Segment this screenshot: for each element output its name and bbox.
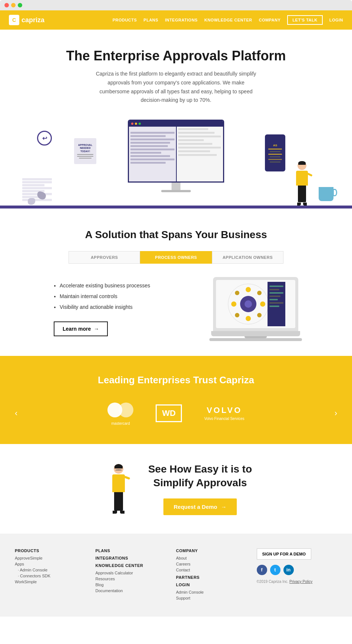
footer-products-title: PRODUCTS: [15, 548, 88, 553]
solution-section: A Solution that Spans Your Business APPR…: [0, 208, 352, 356]
footer-plans-title: PLANS: [96, 548, 169, 553]
trust-title: Leading Enterprises Trust Capriza: [7, 374, 345, 386]
footer-col-company: COMPANY About Careers Contact PARTNERS L…: [176, 548, 257, 602]
footer-columns: PRODUCTS ApproveSimple Apps · Admin Cons…: [15, 548, 337, 602]
monitor-illustration: [128, 120, 224, 192]
social-icons: f t in: [257, 565, 330, 575]
footer-link-approvals-calc[interactable]: Approvals Calculator: [96, 571, 169, 575]
footer: PRODUCTS ApproveSimple Apps · Admin Cons…: [0, 534, 352, 617]
tab-application-owners[interactable]: APPLICATION OWNERS: [212, 251, 283, 264]
footer-demo-button[interactable]: SIGN UP FOR A DEMO: [257, 548, 312, 560]
hero-subtitle: Capriza is the first platform to elegant…: [94, 70, 258, 105]
mug-illustration: [319, 187, 333, 201]
hero-title: The Enterprise Approvals Platform: [7, 48, 345, 64]
footer-link-contact[interactable]: Contact: [176, 568, 249, 572]
window-chrome: [0, 0, 352, 10]
bullet-1: Accelerate existing business processes: [60, 282, 198, 290]
bullet-2: Maintain internal controls: [60, 293, 198, 300]
nav-products[interactable]: PRODUCTS: [113, 18, 137, 22]
footer-link-careers[interactable]: Careers: [176, 562, 249, 566]
bullet-list: Accelerate existing business processes M…: [54, 282, 198, 311]
nav-company[interactable]: COMPANY: [259, 18, 280, 22]
mastercard-logo: mastercard: [107, 401, 133, 426]
footer-link-admin-console-2[interactable]: Admin Console: [176, 590, 249, 594]
linkedin-icon[interactable]: in: [283, 565, 294, 575]
twitter-icon[interactable]: t: [270, 565, 280, 575]
learn-more-button[interactable]: Learn more →: [54, 321, 108, 336]
hero-character: [289, 161, 315, 206]
phone-illustration: AS: [265, 134, 285, 171]
nav-cta-button[interactable]: LET'S TALK: [287, 15, 322, 25]
navbar: C capriza PRODUCTS PLANS INTEGRATIONS KN…: [0, 10, 352, 30]
logo-text: capriza: [21, 16, 44, 24]
solution-content: Accelerate existing business processes M…: [46, 277, 306, 341]
crumpled-paper: [28, 198, 35, 205]
request-demo-button[interactable]: Request a Demo →: [163, 498, 237, 515]
trust-section: Leading Enterprises Trust Capriza ‹ mast…: [0, 356, 352, 444]
cta-character: [100, 464, 137, 514]
footer-partners-title: PARTNERS: [176, 575, 249, 580]
nav-integrations[interactable]: INTEGRATIONS: [165, 18, 197, 22]
cta-content: See How Easy it is to Simplify Approvals…: [148, 463, 252, 515]
window-dot-red[interactable]: [4, 3, 9, 7]
trust-logos: ‹ mastercard WD VOLVO Volvo Financial Se…: [7, 401, 345, 426]
footer-link-approvesimple[interactable]: ApproveSimple: [15, 556, 88, 560]
window-dot-green[interactable]: [18, 3, 22, 7]
laptop-illustration: [213, 277, 298, 341]
wd-logo: WD: [156, 404, 182, 422]
volvo-logo: VOLVO Volvo Financial Services: [204, 406, 244, 421]
cta-title: See How Easy it is to Simplify Approvals: [148, 463, 252, 490]
hero-section: The Enterprise Approvals Platform Capriz…: [0, 30, 352, 105]
window-dot-yellow[interactable]: [11, 3, 16, 7]
cta-section: See How Easy it is to Simplify Approvals…: [0, 444, 352, 534]
footer-link-apps[interactable]: Apps: [15, 562, 88, 566]
nav-plans[interactable]: PLANS: [143, 18, 158, 22]
hero-bottom-bar: [0, 206, 352, 208]
footer-integrations-title: INTEGRATIONS: [96, 556, 169, 560]
footer-link-connectors-sdk[interactable]: · Connectors SDK: [15, 574, 88, 578]
footer-link-blog[interactable]: Blog: [96, 583, 169, 587]
privacy-policy-link[interactable]: Privacy Policy: [289, 580, 312, 584]
solution-bullets: Accelerate existing business processes M…: [54, 282, 198, 336]
hero-illustration: ↩ APPROVALNEEDEDTODAY!: [0, 112, 352, 208]
clock-icon: ↩: [37, 131, 52, 146]
footer-col-demo: SIGN UP FOR A DEMO f t in ©2019 Capriza …: [257, 548, 338, 602]
footer-link-about[interactable]: About: [176, 556, 249, 560]
carousel-next[interactable]: ›: [335, 408, 337, 418]
footer-knowledge-title: KNOWLEDGE CENTER: [96, 563, 169, 568]
carousel-prev[interactable]: ‹: [15, 408, 17, 418]
bullet-3: Visibility and actionable insights: [60, 303, 198, 311]
approval-note: APPROVALNEEDEDTODAY!: [74, 138, 96, 164]
nav-login[interactable]: LOGIN: [329, 18, 343, 22]
footer-col-plans: PLANS INTEGRATIONS KNOWLEDGE CENTER Appr…: [96, 548, 176, 602]
logo-icon: C: [9, 15, 19, 25]
footer-login-title: LOGIN: [176, 583, 249, 587]
solution-tabs: APPROVERS PROCESS OWNERS APPLICATION OWN…: [69, 251, 283, 264]
footer-copyright: ©2019 Capriza Inc. Privacy Policy: [257, 580, 330, 584]
tab-process-owners[interactable]: PROCESS OWNERS: [140, 251, 212, 264]
footer-link-resources[interactable]: Resources: [96, 577, 169, 581]
nav-logo[interactable]: C capriza: [9, 15, 44, 25]
solution-title: A Solution that Spans Your Business: [7, 229, 345, 241]
footer-link-admin-console[interactable]: · Admin Console: [15, 568, 88, 572]
footer-link-documentation[interactable]: Documentation: [96, 588, 169, 593]
footer-link-support[interactable]: Support: [176, 596, 249, 600]
tab-approvers[interactable]: APPROVERS: [69, 251, 140, 264]
nav-links: PRODUCTS PLANS INTEGRATIONS KNOWLEDGE CE…: [113, 15, 343, 25]
facebook-icon[interactable]: f: [257, 565, 267, 575]
footer-link-worksimple[interactable]: WorkSimple: [15, 580, 88, 584]
nav-knowledge[interactable]: KNOWLEDGE CENTER: [204, 18, 252, 22]
footer-col-products: PRODUCTS ApproveSimple Apps · Admin Cons…: [15, 548, 96, 602]
footer-company-title: COMPANY: [176, 548, 249, 553]
